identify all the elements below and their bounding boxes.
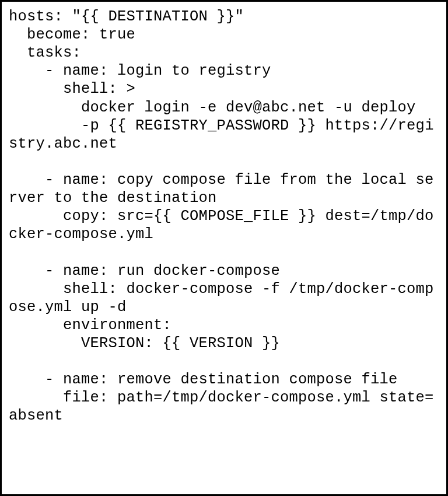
code-block-container: hosts: "{{ DESTINATION }}" become: true … bbox=[0, 0, 448, 496]
code-text: hosts: "{{ DESTINATION }}" become: true … bbox=[9, 8, 439, 425]
